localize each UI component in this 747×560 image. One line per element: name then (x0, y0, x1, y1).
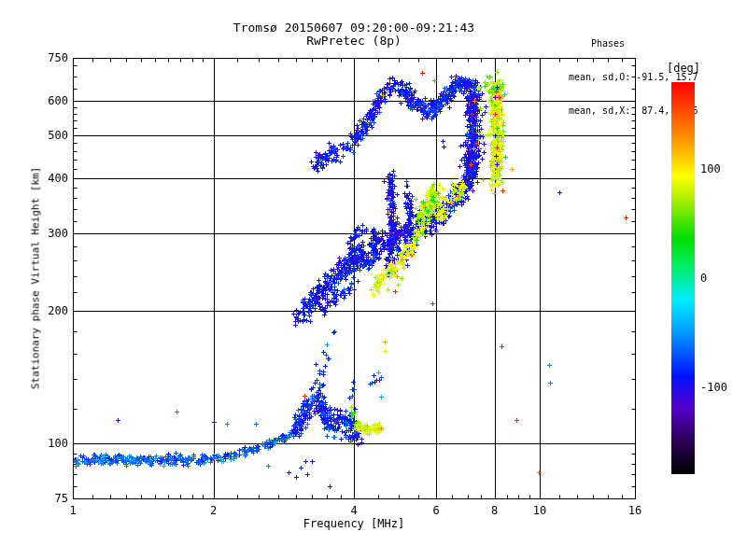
y-tick-label: 300 (26, 227, 68, 240)
ionogram-figure: Tromsø 20150607 09:20:00-09:21:43 RwPret… (0, 0, 747, 560)
colorbar-tick-label: 100 (700, 162, 721, 175)
y-tick-label: 750 (26, 51, 68, 64)
colorbar-unit-label: [deg] (663, 62, 704, 75)
plot-subtitle: RwPretec (8p) (73, 34, 635, 48)
y-tick-label: 400 (26, 172, 68, 185)
colorbar-tick-label: -100 (700, 381, 727, 394)
x-tick-label: 8 (476, 504, 514, 517)
x-tick-label: 1 (54, 504, 92, 517)
y-tick-label: 500 (26, 129, 68, 142)
x-axis-label: Frequency [MHz] (73, 517, 635, 530)
y-tick-label: 200 (26, 304, 68, 317)
y-tick-label: 75 (26, 492, 68, 505)
colorbar-tick-label: 0 (700, 272, 707, 285)
x-tick-label: 4 (335, 504, 373, 517)
plot-title: Tromsø 20150607 09:20:00-09:21:43 (73, 21, 635, 35)
y-tick-label: 100 (26, 437, 68, 450)
colorbar-gradient (671, 82, 695, 474)
x-tick-label: 2 (195, 504, 233, 517)
x-tick-label: 6 (417, 504, 455, 517)
x-tick-label: 16 (616, 504, 654, 517)
y-tick-label: 600 (26, 94, 68, 107)
x-tick-label: 10 (521, 504, 558, 517)
phase-stats-heading: Phases (569, 38, 698, 49)
y-axis-label: Stationary phase Virtual Height [km] (30, 167, 42, 389)
